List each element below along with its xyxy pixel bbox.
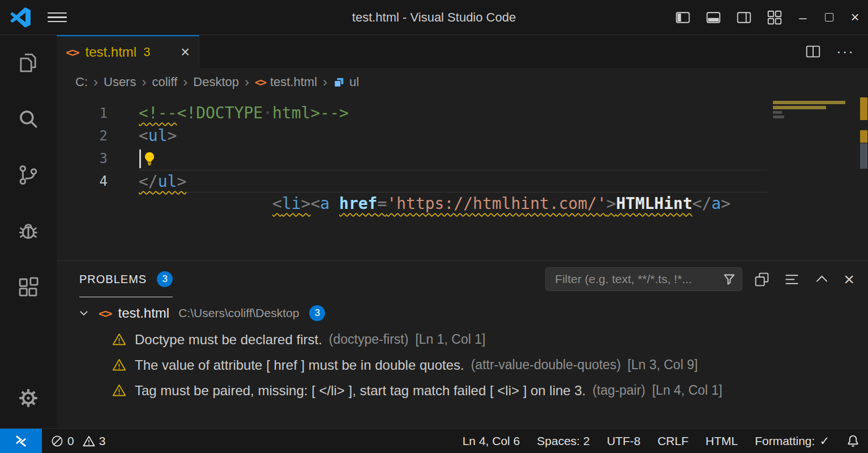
- problem-rule: (doctype-first): [329, 332, 409, 347]
- code-token: </: [139, 172, 158, 191]
- code-token: <: [272, 194, 282, 213]
- minimize-button[interactable]: –: [790, 0, 816, 35]
- close-panel-icon[interactable]: ×: [844, 270, 854, 288]
- tab-problems[interactable]: PROBLEMS 3: [79, 261, 173, 297]
- search-icon[interactable]: [15, 105, 42, 133]
- problem-location: [Ln 4, Col 1]: [652, 383, 722, 398]
- problems-panel: PROBLEMS 3: [57, 260, 868, 428]
- explorer-icon[interactable]: [15, 49, 42, 76]
- text-cursor: [139, 149, 141, 168]
- view-as-table-icon[interactable]: [754, 271, 770, 288]
- lightbulb-icon[interactable]: [142, 151, 157, 166]
- warning-count: 3: [99, 434, 106, 448]
- encoding[interactable]: UTF-8: [598, 434, 649, 448]
- language-mode[interactable]: HTML: [697, 434, 746, 448]
- chevron-right-icon: ›: [183, 74, 187, 90]
- cursor-position-label: Ln 4, Col 6: [463, 434, 520, 448]
- breadcrumb-coliff[interactable]: coliff: [152, 75, 177, 89]
- code-token: a: [712, 194, 721, 213]
- chevron-right-icon: ›: [323, 74, 327, 90]
- maximize-button[interactable]: [816, 0, 842, 35]
- problem-rule: (tag-pair): [592, 383, 645, 398]
- cursor-position[interactable]: Ln 4, Col 6: [454, 434, 529, 448]
- check-icon: ✓: [819, 434, 829, 448]
- remote-indicator[interactable]: [0, 429, 42, 453]
- tab-label: test.html: [85, 44, 137, 60]
- customize-layout-icon[interactable]: [766, 9, 783, 26]
- problems-file-path: C:\Users\coliff\Desktop: [178, 306, 299, 320]
- problems-file-row[interactable]: <> test.html C:\Users\coliff\Desktop 3: [57, 300, 868, 327]
- source-control-icon[interactable]: [15, 161, 42, 189]
- code-token: ul: [148, 126, 168, 145]
- problem-item[interactable]: Tag must be paired, missing: [ </li> ], …: [57, 378, 868, 403]
- problem-item[interactable]: Doctype must be declared first. (doctype…: [57, 327, 868, 352]
- notifications[interactable]: [838, 434, 868, 447]
- tab-bar: <> test.html 3 × ···: [57, 35, 868, 68]
- warning-icon: [112, 332, 127, 347]
- minimap-line: [773, 106, 826, 109]
- error-count: 0: [67, 434, 74, 448]
- status-problems[interactable]: 0 3: [42, 434, 119, 448]
- code-token: <: [139, 126, 148, 145]
- whitespace-dot: ·: [263, 104, 272, 122]
- warning-mark: [860, 130, 867, 143]
- more-actions-icon[interactable]: ···: [836, 43, 854, 61]
- problems-filter-input[interactable]: [554, 272, 722, 287]
- code-line-4[interactable]: 4 </ul>: [57, 170, 868, 193]
- breadcrumb-users[interactable]: Users: [104, 75, 136, 89]
- problem-item[interactable]: The value of attribute [ href ] must be …: [57, 352, 868, 378]
- html-file-icon: <>: [99, 306, 112, 320]
- code-line-3[interactable]: 3 <li><a href='https://htmlhint.com/'>HT…: [57, 147, 868, 170]
- indentation-label: Spaces: 2: [537, 434, 589, 448]
- run-debug-icon[interactable]: [15, 217, 42, 245]
- code-token: >: [168, 126, 177, 145]
- menu-icon[interactable]: [48, 10, 67, 25]
- status-bar: 0 3 Ln 4, Col 6 Spaces: 2 UTF-8 CRLF HTM…: [0, 428, 868, 453]
- toggle-panel-icon[interactable]: [705, 9, 722, 26]
- tab-problems-count: 3: [143, 45, 150, 59]
- indentation[interactable]: Spaces: 2: [528, 434, 598, 448]
- collapse-all-icon[interactable]: [784, 271, 800, 288]
- breadcrumb-desktop[interactable]: Desktop: [193, 75, 239, 89]
- code-line-2[interactable]: 2 <ul>: [57, 125, 868, 147]
- chevron-right-icon: ›: [93, 74, 98, 90]
- scroll-slider[interactable]: [860, 143, 867, 169]
- settings-gear-icon[interactable]: [15, 384, 42, 412]
- titlebar: test.html - Visual Studio Code –: [0, 0, 868, 35]
- code-token: >: [606, 194, 616, 213]
- workbench: <> test.html 3 × ··· C: › Users: [57, 35, 868, 428]
- encoding-label: UTF-8: [607, 434, 641, 448]
- remote-icon: [14, 434, 28, 448]
- breadcrumb-file[interactable]: test.html: [270, 75, 317, 89]
- minimap-line: [773, 111, 782, 114]
- code-token: <!DOCTYPE: [177, 104, 263, 122]
- file-problems-badge: 3: [309, 305, 325, 321]
- line-number: 2: [57, 125, 108, 147]
- formatting-status[interactable]: Formatting: ✓: [746, 434, 838, 448]
- chevron-down-icon[interactable]: [77, 306, 91, 320]
- formatting-label: Formatting:: [755, 434, 815, 448]
- breadcrumb-drive[interactable]: C:: [75, 75, 88, 89]
- code-token: 'https://htmlhint.com/': [387, 194, 606, 213]
- line-number: 3: [57, 147, 108, 170]
- bell-icon: [846, 434, 860, 447]
- warning-icon: [112, 383, 127, 398]
- extensions-icon[interactable]: [15, 273, 42, 301]
- split-editor-icon[interactable]: [805, 43, 822, 60]
- problem-rule: (attr-value-double-quotes): [471, 357, 621, 373]
- tab-test-html[interactable]: <> test.html 3 ×: [57, 35, 199, 68]
- code-token: a: [320, 194, 330, 213]
- close-window-button[interactable]: ×: [842, 0, 868, 35]
- problems-filter: [545, 267, 742, 291]
- code-line-1[interactable]: 1 <!--<!DOCTYPE·html>-->: [57, 102, 868, 125]
- filter-icon[interactable]: [722, 272, 736, 286]
- toggle-primary-sidebar-icon[interactable]: [674, 9, 691, 26]
- minimap[interactable]: [773, 101, 852, 120]
- toggle-secondary-sidebar-icon[interactable]: [736, 9, 752, 26]
- breadcrumb-symbol-ul[interactable]: ul: [349, 75, 359, 89]
- editor-actions: ···: [805, 35, 868, 68]
- chevron-up-icon[interactable]: [814, 271, 830, 288]
- code-editor[interactable]: 1 <!--<!DOCTYPE·html>--> 2 <ul> 3: [57, 96, 868, 260]
- eol-sequence[interactable]: CRLF: [649, 434, 697, 448]
- tab-close-icon[interactable]: ×: [181, 45, 190, 60]
